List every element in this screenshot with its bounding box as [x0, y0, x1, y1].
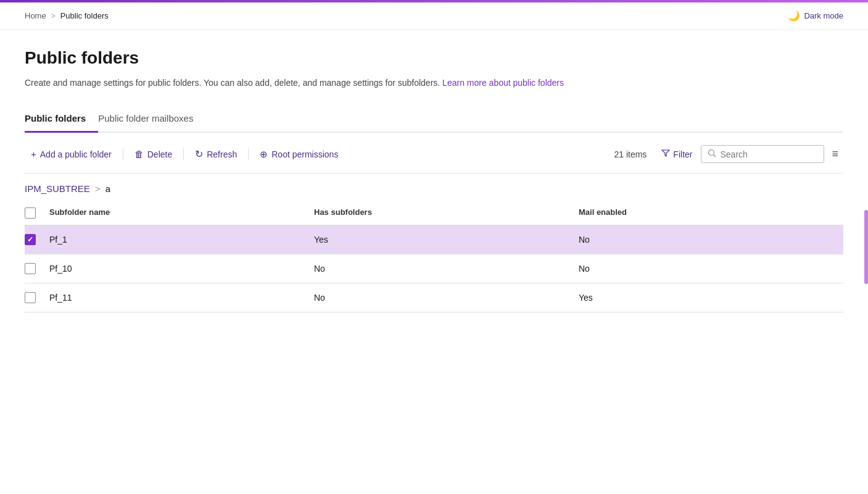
page-description: Create and manage settings for public fo…	[25, 77, 843, 90]
delete-label: Delete	[147, 149, 172, 159]
table-header: Subfolder name Has subfolders Mail enabl…	[25, 201, 843, 225]
moon-icon: 🌙	[788, 10, 800, 22]
page-title: Public folders	[25, 48, 843, 68]
filter-button[interactable]: Filter	[655, 145, 698, 163]
add-icon: +	[31, 149, 36, 159]
breadcrumb-current: Public folders	[60, 11, 109, 20]
root-permissions-button[interactable]: ⊕ Root permissions	[254, 145, 344, 164]
header-subfolder-name: Subfolder name	[49, 207, 314, 219]
svg-line-1	[714, 155, 716, 157]
table-row[interactable]: Pf_11 No Yes	[25, 283, 843, 312]
row-checkbox-col	[25, 263, 49, 274]
delete-icon: 🗑	[134, 149, 144, 159]
tab-public-folder-mailboxes[interactable]: Public folder mailboxes	[98, 107, 205, 133]
path-separator: >	[95, 183, 101, 194]
select-all-checkbox[interactable]	[25, 207, 36, 219]
toolbar-separator-1	[123, 148, 123, 161]
add-label: Add a public folder	[40, 149, 112, 159]
row-has-subfolders-pf11: No	[314, 293, 579, 303]
header-nav: Home > Public folders 🌙 Dark mode	[0, 2, 868, 30]
delete-button[interactable]: 🗑 Delete	[128, 145, 178, 163]
toolbar-separator-3	[248, 148, 249, 161]
row-mail-enabled-pf1: No	[579, 235, 843, 245]
row-has-subfolders-pf10: No	[314, 264, 579, 274]
row-mail-enabled-pf11: Yes	[579, 293, 843, 303]
search-input[interactable]	[720, 149, 817, 159]
learn-more-link[interactable]: Learn more about public folders	[442, 78, 564, 88]
toolbar: + Add a public folder 🗑 Delete ↻ Refresh…	[25, 133, 843, 174]
row-name-pf10: Pf_10	[49, 264, 314, 274]
page-description-text: Create and manage settings for public fo…	[25, 78, 440, 88]
table-row[interactable]: Pf_10 No No	[25, 254, 843, 283]
items-count: 21 items	[614, 149, 647, 159]
scrollbar[interactable]	[864, 210, 868, 284]
tab-public-folders[interactable]: Public folders	[25, 107, 98, 133]
dark-mode-button[interactable]: 🌙 Dark mode	[788, 10, 843, 22]
row-checkbox-pf11[interactable]	[25, 292, 36, 303]
more-options-button[interactable]: ≡	[827, 144, 843, 164]
row-checkbox-pf10[interactable]	[25, 263, 36, 274]
root-permissions-label: Root permissions	[271, 149, 338, 159]
row-checkbox-pf1[interactable]	[25, 234, 36, 245]
table-row[interactable]: Pf_1 Yes No	[25, 225, 843, 254]
filter-icon	[661, 149, 670, 159]
breadcrumb-home[interactable]: Home	[25, 11, 46, 20]
breadcrumb: Home > Public folders	[25, 11, 109, 20]
row-name-pf1: Pf_1	[49, 235, 314, 245]
row-checkbox-col	[25, 292, 49, 303]
menu-icon: ≡	[832, 148, 838, 160]
search-icon	[708, 149, 716, 159]
path-nav: IPM_SUBTREE > a	[25, 174, 843, 201]
page-content: Public folders Create and manage setting…	[0, 30, 868, 312]
breadcrumb-separator: >	[51, 12, 56, 20]
row-name-pf11: Pf_11	[49, 293, 314, 303]
row-checkbox-col	[25, 234, 49, 245]
header-has-subfolders: Has subfolders	[314, 207, 579, 219]
header-mail-enabled: Mail enabled	[579, 207, 843, 219]
tabs: Public folders Public folder mailboxes	[25, 107, 843, 133]
add-public-folder-button[interactable]: + Add a public folder	[25, 145, 118, 163]
header-checkbox-col	[25, 207, 49, 219]
row-mail-enabled-pf10: No	[579, 264, 843, 274]
search-box	[701, 145, 824, 163]
folder-table: Subfolder name Has subfolders Mail enabl…	[25, 201, 843, 312]
refresh-icon: ↻	[195, 148, 203, 160]
path-root[interactable]: IPM_SUBTREE	[25, 183, 90, 194]
refresh-label: Refresh	[207, 149, 237, 159]
svg-point-0	[709, 150, 714, 156]
path-current: a	[105, 183, 110, 194]
filter-label: Filter	[673, 149, 692, 159]
toolbar-separator-2	[183, 148, 184, 161]
row-has-subfolders-pf1: Yes	[314, 235, 579, 245]
dark-mode-label: Dark mode	[804, 11, 843, 20]
refresh-button[interactable]: ↻ Refresh	[189, 144, 243, 164]
root-permissions-icon: ⊕	[260, 149, 268, 160]
